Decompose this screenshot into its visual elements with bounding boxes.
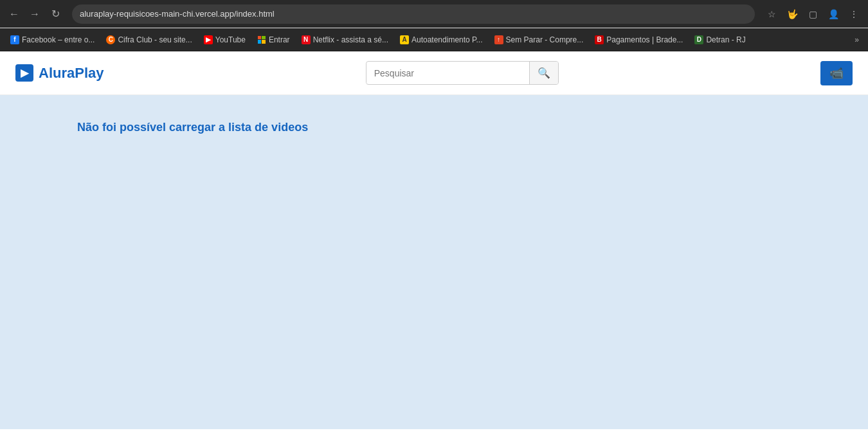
search-icon: 🔍: [538, 67, 550, 78]
bookmark-autoatend-label: Autoatendimento P...: [411, 35, 483, 44]
search-container: 🔍: [366, 61, 559, 85]
netflix-favicon: N: [302, 35, 311, 44]
address-bar[interactable]: aluraplay-requisicoes-main-chi.vercel.ap…: [72, 4, 755, 24]
extensions-button[interactable]: 🤟: [783, 5, 801, 23]
menu-button[interactable]: ⋮: [845, 5, 863, 23]
search-input[interactable]: [366, 63, 529, 84]
youtube-favicon: ▶: [204, 35, 213, 44]
search-button[interactable]: 🔍: [529, 62, 558, 84]
autoatend-favicon: A: [400, 35, 409, 44]
logo-icon: ▶: [15, 64, 33, 82]
bookmark-semparar[interactable]: ↑ Sem Parar - Compre...: [489, 31, 589, 48]
back-button[interactable]: ←: [5, 5, 23, 23]
bookmark-netflix[interactable]: N Netflix - assista a sé...: [296, 31, 393, 48]
bookmark-facebook-label: Facebook – entre o...: [22, 35, 95, 44]
windows-favicon: [257, 35, 266, 44]
bookmark-facebook[interactable]: f Facebook – entre o...: [5, 31, 100, 48]
bookmark-bradesco[interactable]: B Pagamentos | Brade...: [590, 31, 688, 48]
detran-favicon: D: [694, 35, 703, 44]
logo-text: AluraPlay: [39, 65, 104, 82]
profile-button[interactable]: 👤: [824, 5, 842, 23]
browser-chrome: ← → ↻ aluraplay-requisicoes-main-chi.ver…: [0, 0, 868, 51]
app-header: ▶ AluraPlay 🔍 📹: [0, 51, 868, 95]
bookmarks-more-button[interactable]: »: [851, 35, 863, 44]
bookmark-bradesco-label: Pagamentos | Brade...: [606, 35, 683, 44]
nav-actions: ☆ 🤟 ▢ 👤 ⋮: [763, 5, 863, 23]
forward-button[interactable]: →: [26, 5, 44, 23]
cifraclub-favicon: C: [106, 35, 115, 44]
header-right: 📹: [820, 61, 853, 85]
search-area: 🔍: [104, 61, 821, 85]
bradesco-favicon: B: [595, 35, 604, 44]
refresh-button[interactable]: ↻: [46, 5, 64, 23]
bookmark-semparar-label: Sem Parar - Compre...: [506, 35, 584, 44]
bookmark-cifraclub[interactable]: C Cifra Club - seu site...: [101, 31, 197, 48]
bookmark-autoatend[interactable]: A Autoatendimento P...: [395, 31, 488, 48]
add-video-button[interactable]: 📹: [820, 61, 853, 85]
bookmark-youtube[interactable]: ▶ YouTube: [199, 31, 251, 48]
bookmark-cifraclub-label: Cifra Club - seu site...: [118, 35, 192, 44]
address-text: aluraplay-requisicoes-main-chi.vercel.ap…: [80, 9, 747, 19]
logo-area: ▶ AluraPlay: [15, 64, 104, 82]
bookmark-entrar[interactable]: Entrar: [252, 31, 295, 48]
bookmark-detran[interactable]: D Detran - RJ: [689, 31, 750, 48]
bookmarks-bar: f Facebook – entre o... C Cifra Club - s…: [0, 28, 868, 51]
play-icon: ▶: [21, 67, 28, 79]
bookmark-entrar-label: Entrar: [269, 35, 290, 44]
error-message: Não foi possível carregar a lista de vid…: [77, 121, 791, 134]
bookmark-netflix-label: Netflix - assista a sé...: [313, 35, 388, 44]
bookmark-youtube-label: YouTube: [215, 35, 246, 44]
add-video-icon: 📹: [829, 66, 844, 80]
app-main: Não foi possível carregar a lista de vid…: [0, 95, 868, 429]
nav-bar: ← → ↻ aluraplay-requisicoes-main-chi.ver…: [0, 0, 868, 28]
bookmark-detran-label: Detran - RJ: [706, 35, 745, 44]
semparar-favicon: ↑: [494, 35, 503, 44]
facebook-favicon: f: [10, 35, 19, 44]
bookmark-star-button[interactable]: ☆: [763, 5, 781, 23]
window-button[interactable]: ▢: [804, 5, 822, 23]
